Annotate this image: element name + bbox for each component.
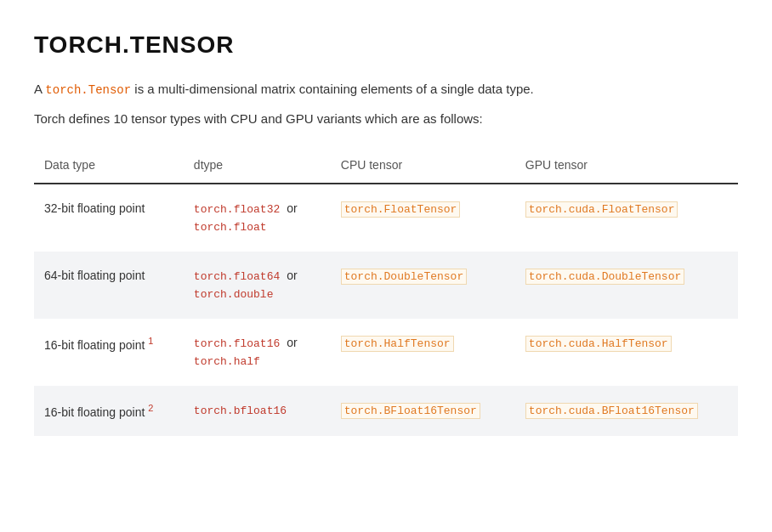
cell-dtype: torch.float64 ortorch.double	[184, 252, 331, 319]
gpu-tensor-value: torch.cuda.HalfTensor	[525, 336, 672, 352]
cell-data-type: 64-bit floating point	[34, 252, 184, 319]
dtype-primary: torch.float64	[194, 270, 280, 283]
intro-suffix: is a multi-dimensional matrix containing…	[131, 82, 534, 96]
dtype-or: or	[283, 269, 297, 282]
intro-prefix: A	[34, 82, 45, 96]
page-title: TORCH.TENSOR	[34, 27, 738, 63]
cell-gpu-tensor: torch.cuda.HalfTensor	[515, 319, 738, 386]
cell-cpu-tensor: torch.DoubleTensor	[331, 252, 515, 319]
cell-cpu-tensor: torch.FloatTensor	[331, 184, 515, 252]
table-row: 16-bit floating point 2torch.bfloat16tor…	[34, 386, 738, 437]
table-row: 32-bit floating pointtorch.float32 ortor…	[34, 184, 738, 252]
tensor-types-table: Data type dtype CPU tensor GPU tensor 32…	[34, 150, 738, 437]
gpu-tensor-value: torch.cuda.BFloat16Tensor	[525, 403, 698, 419]
col-header-data-type: Data type	[34, 150, 184, 184]
superscript-label: 1	[148, 336, 153, 346]
dtype-secondary: torch.double	[194, 288, 274, 301]
dtype-secondary: torch.half	[194, 355, 260, 368]
dtype-primary: torch.float32	[194, 203, 280, 216]
dtype-or: or	[283, 201, 297, 215]
cell-gpu-tensor: torch.cuda.DoubleTensor	[515, 252, 738, 319]
col-header-cpu-tensor: CPU tensor	[331, 150, 515, 184]
cpu-tensor-value: torch.FloatTensor	[341, 201, 461, 218]
description-text: Torch defines 10 tensor types with CPU a…	[34, 110, 738, 129]
dtype-primary: torch.bfloat16	[194, 405, 287, 417]
gpu-tensor-value: torch.cuda.FloatTensor	[525, 201, 678, 218]
cell-data-type: 32-bit floating point	[34, 184, 184, 252]
dtype-or: or	[283, 336, 297, 349]
dtype-primary: torch.float16	[194, 337, 280, 350]
superscript-label: 2	[148, 403, 153, 413]
cpu-tensor-value: torch.BFloat16Tensor	[341, 403, 480, 419]
cell-cpu-tensor: torch.HalfTensor	[331, 319, 515, 386]
torch-tensor-link[interactable]: torch.Tensor	[45, 83, 131, 97]
dtype-secondary: torch.float	[194, 221, 267, 234]
intro-paragraph: A torch.Tensor is a multi-dimensional ma…	[34, 80, 738, 99]
cell-data-type: 16-bit floating point 1	[34, 319, 184, 386]
cell-cpu-tensor: torch.BFloat16Tensor	[331, 386, 515, 437]
table-row: 16-bit floating point 1torch.float16 ort…	[34, 319, 738, 386]
cell-data-type: 16-bit floating point 2	[34, 386, 184, 437]
cell-dtype: torch.float32 ortorch.float	[184, 184, 331, 252]
cell-gpu-tensor: torch.cuda.FloatTensor	[515, 184, 738, 252]
cell-dtype: torch.float16 ortorch.half	[184, 319, 331, 386]
gpu-tensor-value: torch.cuda.DoubleTensor	[525, 269, 684, 285]
cpu-tensor-value: torch.DoubleTensor	[341, 269, 467, 285]
col-header-gpu-tensor: GPU tensor	[515, 150, 738, 184]
table-header-row: Data type dtype CPU tensor GPU tensor	[34, 150, 738, 184]
cell-dtype: torch.bfloat16	[184, 386, 331, 437]
col-header-dtype: dtype	[184, 150, 331, 184]
table-row: 64-bit floating pointtorch.float64 ortor…	[34, 252, 738, 319]
cpu-tensor-value: torch.HalfTensor	[341, 336, 454, 352]
cell-gpu-tensor: torch.cuda.BFloat16Tensor	[515, 386, 738, 437]
